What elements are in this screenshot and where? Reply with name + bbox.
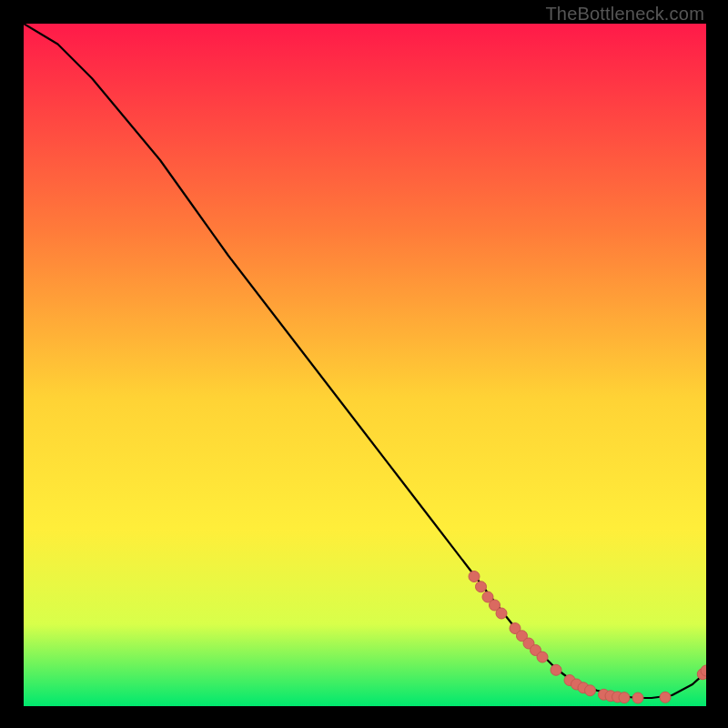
- data-marker: [469, 571, 480, 582]
- chart-container: [24, 24, 706, 706]
- data-marker: [476, 581, 487, 592]
- bottleneck-chart: [24, 24, 706, 706]
- gradient-background: [24, 24, 706, 706]
- data-marker: [632, 693, 643, 703]
- data-marker: [537, 652, 548, 662]
- data-marker: [585, 685, 596, 696]
- data-marker: [551, 664, 561, 675]
- data-marker: [660, 692, 671, 703]
- watermark-text: TheBottleneck.com: [545, 4, 704, 25]
- data-marker: [496, 608, 507, 619]
- data-marker: [619, 693, 630, 703]
